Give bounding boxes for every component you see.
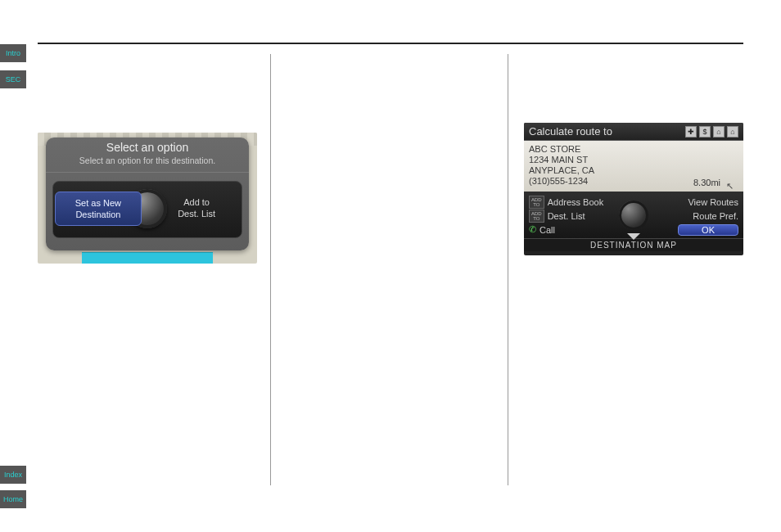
- modal-title: Select an option: [46, 138, 249, 156]
- side-tab-sec[interactable]: SEC: [0, 70, 26, 88]
- home-icon[interactable]: ⌂: [713, 126, 725, 138]
- add-to-badge: ADDTO: [529, 210, 544, 223]
- calc-header: Calculate route to ✚ $ ⌂ ⌂: [524, 123, 743, 141]
- calc-header-title: Calculate route to: [529, 125, 612, 138]
- side-tab-index[interactable]: Index: [0, 466, 26, 484]
- option-set-new-destination[interactable]: Set as New Destination: [55, 192, 142, 226]
- column-divider-2: [508, 54, 508, 485]
- top-divider: [38, 43, 743, 44]
- add-to-badge: ADDTO: [529, 196, 544, 209]
- screenshot-select-option: Select an option Select an option for th…: [38, 133, 257, 264]
- route-menu: ADDTO Address Book View Routes ADDTO Des…: [524, 192, 743, 238]
- side-tab-home[interactable]: Home: [0, 490, 26, 508]
- dest-addr1: 1234 MAIN ST: [529, 155, 738, 165]
- menu-dest-list[interactable]: Dest. List: [548, 211, 585, 221]
- modal-controls: Set as New Destination Add to Dest. List: [52, 181, 242, 238]
- column-3: Calculate route to ✚ $ ⌂ ⌂ ABC STORE 123…: [524, 57, 743, 255]
- column-1: Select an option Select an option for th…: [38, 57, 259, 264]
- dial-knob-icon[interactable]: [619, 201, 648, 230]
- menu-call[interactable]: Call: [539, 225, 555, 235]
- menu-route-pref[interactable]: Route Pref.: [644, 211, 738, 221]
- screenshot-calculate-route: Calculate route to ✚ $ ⌂ ⌂ ABC STORE 123…: [524, 123, 743, 255]
- calc-header-icons: ✚ $ ⌂ ⌂: [685, 126, 738, 138]
- menu-ok-button[interactable]: OK: [678, 224, 738, 236]
- menu-address-book[interactable]: Address Book: [548, 197, 603, 207]
- destination-map-footer[interactable]: DESTINATION MAP: [524, 238, 743, 251]
- home-icon-2[interactable]: ⌂: [727, 126, 738, 138]
- option-add-to-dest-list[interactable]: Add to Dest. List: [153, 192, 240, 224]
- atm-icon[interactable]: $: [699, 126, 711, 138]
- column-divider-1: [270, 54, 271, 485]
- select-option-modal: Select an option Select an option for th…: [46, 138, 249, 250]
- menu-view-routes[interactable]: View Routes: [644, 197, 738, 207]
- cursor-icon: ↖: [726, 181, 734, 192]
- dest-distance: 8.30mi: [693, 178, 720, 188]
- side-tab-intro[interactable]: Intro: [0, 44, 26, 62]
- dest-addr2: ANYPLACE, CA: [529, 165, 738, 176]
- hospital-icon[interactable]: ✚: [685, 126, 697, 138]
- screenshot-bottom-strip: [82, 252, 213, 264]
- dest-name: ABC STORE: [529, 144, 738, 155]
- destination-info: ABC STORE 1234 MAIN ST ANYPLACE, CA (310…: [524, 141, 743, 192]
- phone-icon: ✆: [529, 224, 536, 235]
- modal-subtitle: Select an option for this destination.: [46, 156, 249, 173]
- chevron-down-icon[interactable]: [627, 233, 640, 240]
